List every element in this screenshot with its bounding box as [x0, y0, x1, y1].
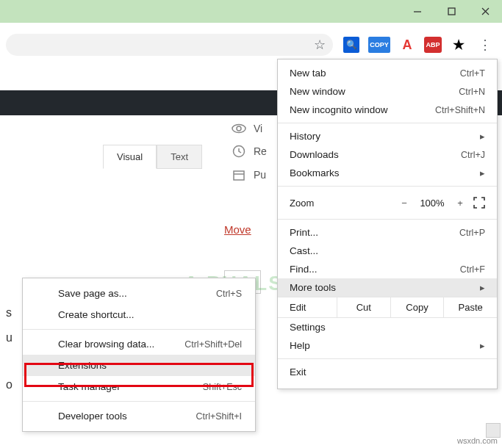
menu-print[interactable]: Print... Ctrl+P: [278, 223, 497, 242]
svg-point-4: [232, 125, 245, 133]
meta-publish[interactable]: Pu: [232, 168, 267, 181]
partial-body-text: s u o: [6, 300, 12, 397]
history-icon: [232, 145, 246, 158]
zoom-out-button[interactable]: −: [394, 194, 415, 212]
footer-watermark: wsxdn.com: [457, 436, 498, 445]
menu-find[interactable]: Find... Ctrl+F: [278, 260, 497, 278]
star-icon[interactable]: ☆: [314, 37, 326, 53]
menu-new-incognito[interactable]: New incognito window Ctrl+Shift+N: [278, 101, 497, 119]
svg-rect-7: [234, 171, 244, 180]
extension-abp-icon[interactable]: ABP: [424, 37, 442, 53]
fullscreen-icon[interactable]: [470, 197, 488, 209]
edit-cut-button[interactable]: Cut: [337, 297, 390, 317]
menu-settings[interactable]: Settings: [278, 318, 497, 336]
tab-strip: [0, 23, 502, 32]
zoom-in-button[interactable]: +: [450, 194, 470, 212]
eye-icon: [232, 123, 246, 134]
menu-new-window[interactable]: New window Ctrl+N: [278, 82, 497, 101]
menu-exit[interactable]: Exit: [278, 363, 497, 381]
submenu-extensions[interactable]: Extensions: [23, 355, 255, 376]
address-bar: ☆ 🔍 COPY A ABP ★ ⋮: [0, 32, 502, 58]
tab-text[interactable]: Text: [157, 145, 202, 169]
chevron-right-icon: ▸: [480, 167, 485, 178]
omnibox[interactable]: ☆: [6, 34, 333, 56]
scroll-corner[interactable]: [486, 423, 501, 438]
calendar-icon: [232, 168, 246, 181]
submenu-task-manager[interactable]: Task manager Shift+Esc: [23, 376, 255, 397]
menu-bookmarks[interactable]: Bookmarks ▸: [278, 164, 497, 182]
menu-history[interactable]: History ▸: [278, 127, 497, 145]
chevron-right-icon: ▸: [480, 282, 485, 293]
chevron-right-icon: ▸: [480, 340, 485, 351]
minimize-button[interactable]: [401, 0, 434, 23]
menu-more-tools[interactable]: More tools ▸: [278, 278, 497, 297]
menu-new-tab[interactable]: New tab Ctrl+T: [278, 64, 497, 82]
extension-a-icon[interactable]: A: [399, 37, 415, 53]
edit-paste-button[interactable]: Paste: [443, 297, 497, 317]
meta-list: Vi Re Pu: [232, 123, 267, 181]
meta-visibility[interactable]: Vi: [232, 123, 267, 134]
menu-cast[interactable]: Cast...: [278, 242, 497, 260]
more-tools-submenu: Save page as... Ctrl+S Create shortcut..…: [22, 278, 256, 432]
svg-point-5: [237, 126, 241, 131]
menu-help[interactable]: Help ▸: [278, 336, 497, 355]
svg-rect-1: [448, 8, 455, 15]
move-link[interactable]: Move: [224, 223, 251, 236]
menu-zoom: Zoom − 100% +: [278, 190, 497, 215]
extension-search-icon[interactable]: 🔍: [343, 37, 359, 53]
maximize-button[interactable]: [434, 0, 468, 23]
submenu-create-shortcut[interactable]: Create shortcut...: [23, 304, 255, 325]
extension-puzzle-icon[interactable]: ★: [451, 37, 467, 53]
tab-visual[interactable]: Visual: [103, 145, 157, 169]
close-button[interactable]: [468, 0, 502, 23]
window-titlebar: [0, 0, 502, 23]
meta-revisions[interactable]: Re: [232, 145, 267, 158]
edit-copy-button[interactable]: Copy: [390, 297, 444, 317]
menu-edit-row: Edit Cut Copy Paste: [278, 297, 497, 318]
chrome-menu-button[interactable]: ⋮: [474, 34, 496, 56]
editor-tabs: Visual Text: [103, 145, 202, 169]
menu-downloads[interactable]: Downloads Ctrl+J: [278, 145, 497, 164]
submenu-save-page[interactable]: Save page as... Ctrl+S: [23, 283, 255, 304]
extension-copy-icon[interactable]: COPY: [368, 37, 390, 53]
submenu-developer-tools[interactable]: Developer tools Ctrl+Shift+I: [23, 405, 255, 427]
zoom-percent: 100%: [415, 198, 450, 209]
chrome-main-menu: New tab Ctrl+T New window Ctrl+N New inc…: [277, 59, 498, 389]
extension-icons: 🔍 COPY A ABP ★: [343, 37, 467, 53]
chevron-right-icon: ▸: [480, 131, 485, 142]
submenu-clear-browsing-data[interactable]: Clear browsing data... Ctrl+Shift+Del: [23, 333, 255, 355]
